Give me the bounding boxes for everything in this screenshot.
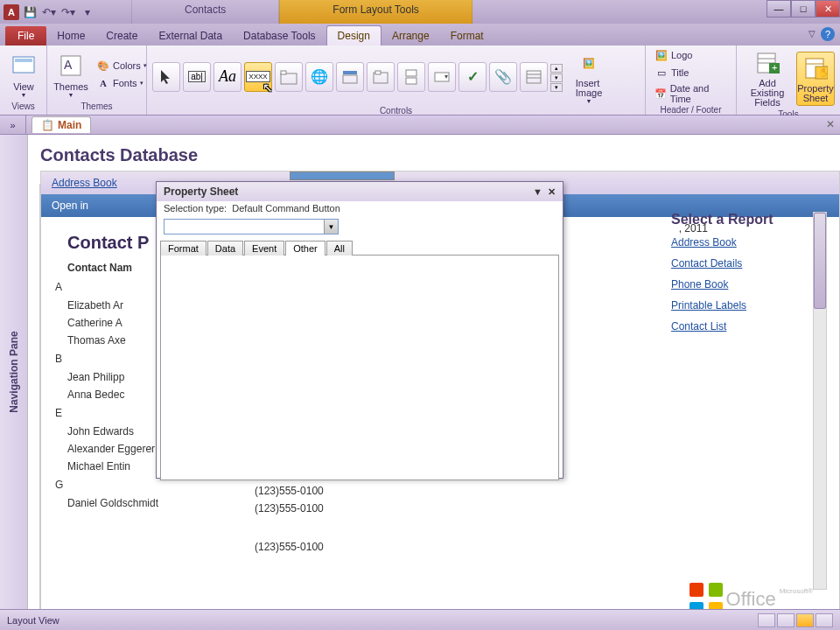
window-minimize-button[interactable]: — [766,0,791,18]
property-sheet-close-icon[interactable]: ✕ [548,186,556,198]
control-checkbox[interactable]: ✓ [458,62,486,92]
property-sheet-dropdown-icon[interactable]: ▼ [533,186,542,198]
list-item[interactable]: Alexander Eggerer [67,440,158,458]
group-views-label: Views [5,102,41,113]
control-pagebreak[interactable] [397,62,425,92]
list-item[interactable]: Daniel Goldschmidt [67,494,158,512]
insert-image-button[interactable]: 🖼️Insert Image▼ [570,47,607,106]
list-item[interactable]: Thomas Axe [67,332,158,349]
list-item[interactable]: John Edwards [67,423,158,440]
control-optiongroup[interactable] [367,62,395,92]
fonts-button[interactable]: AFonts▾ [93,75,150,91]
qat-undo-icon[interactable]: ↶▾ [40,4,58,21]
titlebar-context-contacts: Contacts [131,0,279,24]
reports-heading: Select a Report [671,212,801,228]
svg-text:A: A [64,58,73,72]
proptab-format[interactable]: Format [160,241,206,256]
list-item[interactable]: Michael Entin [67,458,158,475]
svg-rect-5 [281,71,286,74]
property-sheet-button[interactable]: ✋Property Sheet [796,52,835,106]
datetime-button[interactable]: 📅Date and Time [651,82,731,105]
logo-button[interactable]: 🖼️Logo [651,47,731,63]
svg-rect-6 [343,71,357,74]
property-grid-body[interactable] [160,255,559,480]
group-G: G Daniel Goldschmidt [67,479,158,512]
qat-save-icon[interactable]: 💾 [21,4,38,21]
svg-rect-9 [375,71,381,74]
phone-cell: (123)555-0100 [255,482,324,500]
phone-cell: (123)555-0100 [255,538,324,556]
title-button[interactable]: ▭Title [651,65,731,80]
property-sheet-titlebar[interactable]: Property Sheet ▼ ✕ [157,182,563,201]
svg-rect-7 [343,75,357,83]
viewbtn-design[interactable] [816,613,833,627]
window-close-button[interactable]: ✕ [816,0,840,18]
report-link-contact-list[interactable]: Contact List [671,320,801,332]
viewbtn-layout[interactable] [796,613,814,627]
control-select-pointer[interactable] [152,62,180,92]
ribbon-body: View▼ Views AThemes▼ 🎨Colors▾ AFonts▾ Th… [0,46,840,116]
report-link-address-book[interactable]: Address Book [671,236,801,248]
status-bar: Layout View [0,609,840,630]
control-hyperlink[interactable]: 🌐 [305,62,333,92]
controls-gallery-more[interactable]: ▾ [550,83,563,92]
svg-rect-11 [406,78,416,84]
control-navigation[interactable] [336,62,364,92]
qat-redo-icon[interactable]: ↷▾ [60,4,77,21]
tab-arrange[interactable]: Arrange [382,26,440,46]
document-close-button[interactable]: ✕ [826,118,835,130]
controls-gallery-up[interactable]: ▴ [550,64,563,73]
qat-customize-icon[interactable]: ▾ [79,4,96,21]
svg-text:✋: ✋ [818,66,828,78]
list-item[interactable]: Catherine A [67,314,158,332]
group-B: B Jean Philipp Anna Bedec [67,353,158,403]
tab-home[interactable]: Home [46,26,95,46]
view-button[interactable]: View▼ [5,50,42,100]
document-tab-main[interactable]: 📋Main [32,116,91,133]
proptab-event[interactable]: Event [244,241,284,256]
access-app-icon[interactable]: A [4,4,19,20]
selection-combobox[interactable]: ▼ [164,219,339,234]
help-icon[interactable]: ? [821,27,835,41]
list-item[interactable]: Anna Bedec [67,386,158,403]
report-link-phone-book[interactable]: Phone Book [671,278,801,290]
tab-design[interactable]: Design [326,25,382,46]
add-existing-fields-button[interactable]: +Add Existing Fields [742,47,793,109]
scrollbar-thumb[interactable] [814,213,826,309]
controls-gallery-down[interactable]: ▾ [550,74,563,82]
svg-text:+: + [772,62,777,73]
tab-database-tools[interactable]: Database Tools [233,26,326,46]
colors-button[interactable]: 🎨Colors▾ [93,58,150,74]
form-scrollbar[interactable] [813,212,827,590]
proptab-data[interactable]: Data [207,241,243,256]
control-subform[interactable] [520,62,548,92]
control-button-xxxx[interactable]: XXXX↖ [244,62,272,92]
control-label[interactable]: Aa [214,62,242,92]
list-item[interactable]: Elizabeth Ar [67,297,158,314]
navigation-pane-collapsed[interactable]: Navigation Pane [0,135,28,609]
tab-external-data[interactable]: External Data [148,26,233,46]
form-tab-icon: 📋 [41,119,54,131]
ribbon-minimize-icon[interactable]: ▽ [808,29,816,38]
list-item[interactable]: Jean Philipp [67,368,158,386]
combobox-dropdown-icon[interactable]: ▼ [324,220,338,234]
navpane-shutter-button[interactable]: » [0,116,26,135]
report-link-contact-details[interactable]: Contact Details [671,257,801,270]
vertical-ruler [28,184,40,609]
report-link-printable-labels[interactable]: Printable Labels [671,299,801,312]
link-address-book[interactable]: Address Book [52,177,117,189]
viewbtn-datasheet[interactable] [777,613,794,627]
proptab-all[interactable]: All [326,241,353,256]
control-textbox[interactable]: ab| [183,62,211,92]
themes-button[interactable]: AThemes▼ [52,50,89,100]
control-attachment[interactable]: 📎 [489,62,517,92]
tab-file[interactable]: File [5,26,46,46]
tab-format[interactable]: Format [440,26,494,46]
control-combobox[interactable] [428,62,456,92]
tab-create[interactable]: Create [95,26,148,46]
control-tab[interactable] [275,62,303,92]
window-maximize-button[interactable]: □ [791,0,816,18]
proptab-other[interactable]: Other [285,241,326,256]
viewbtn-form[interactable] [758,613,775,627]
selected-control-placeholder[interactable] [290,172,395,180]
